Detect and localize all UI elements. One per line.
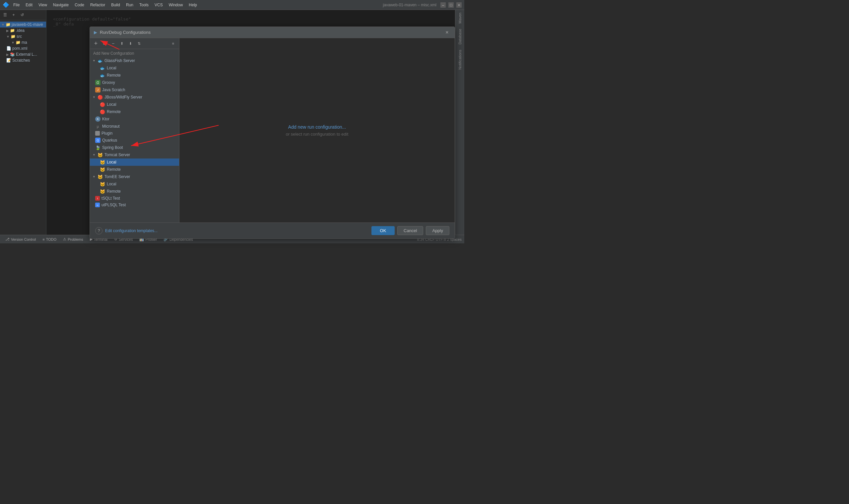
tree-item-label: External L... (16, 52, 37, 57)
config-ktor[interactable]: K Ktor (90, 115, 179, 123)
dialog-overlay: ▶ Run/Debug Configurations × + ⧉ − ⬆ (47, 10, 455, 235)
tsqlt-icon: t (95, 196, 100, 201)
bottom-tab-problems[interactable]: ⚠ Problems (60, 236, 86, 242)
title-bar-menu-help[interactable]: Help (187, 3, 199, 7)
edit-templates-link[interactable]: Edit configuration templates... (105, 229, 158, 233)
sidebar-add-btn[interactable]: + (10, 11, 17, 19)
cancel-button[interactable]: Cancel (397, 226, 423, 235)
config-item-label: Ktor (102, 117, 109, 121)
config-glassfish-remote[interactable]: 🐟 Remote (90, 72, 179, 79)
tree-item-label: ma (21, 40, 27, 45)
config-item-label: Local (107, 182, 116, 186)
config-group-tomee[interactable]: ▼ 🐱 TomEE Server (90, 173, 179, 180)
tree-item-external[interactable]: ▶ 📚 External L... (0, 51, 46, 57)
title-bar-menu-run[interactable]: Run (124, 3, 135, 7)
utplsql-icon: u (95, 203, 100, 207)
database-tab[interactable]: Database (457, 26, 463, 47)
config-item-label: Plugin (102, 131, 112, 136)
title-bar-menu-refactor[interactable]: Refactor (88, 3, 107, 7)
help-button[interactable]: ? (95, 227, 103, 234)
title-bar-menu-window[interactable]: Window (167, 3, 185, 7)
config-empty-state: Add new run configuration... or select r… (286, 124, 348, 137)
chevron-down-icon: ▼ (6, 35, 10, 38)
dialog-title-area: ▶ Run/Debug Configurations (94, 30, 150, 35)
config-item-label: Remote (107, 109, 121, 114)
right-panel: Maven Database Notifications (455, 10, 464, 235)
add-run-config-link[interactable]: Add new run configuration... (288, 124, 346, 130)
config-tomcat-remote[interactable]: 🐱 Remote (90, 166, 179, 173)
config-micronaut[interactable]: μ Micronaut (90, 123, 179, 130)
tree-item-pom[interactable]: 📄 pom.xml (0, 46, 46, 51)
title-bar-menu-vcs[interactable]: VCS (152, 3, 165, 7)
maven-tab[interactable]: Maven (457, 10, 463, 26)
move-down-button[interactable]: ⬇ (126, 39, 134, 48)
config-jboss-local[interactable]: 🔴 Local (90, 101, 179, 108)
tree-item-idea[interactable]: ▶ 📁 .idea (0, 28, 46, 34)
sidebar-sync-btn[interactable]: ↺ (19, 11, 26, 19)
sort-button[interactable]: ⇅ (135, 39, 143, 48)
config-group-label: TomEE Server (105, 175, 130, 179)
title-bar: 🔷 File Edit View Navigate Code Refactor … (0, 0, 464, 10)
tree-item-scratches[interactable]: 📝 Scratches (0, 57, 46, 63)
ok-button[interactable]: OK (372, 226, 395, 235)
app-logo: 🔷 (3, 2, 9, 8)
tomcat-remote-icon: 🐱 (100, 167, 105, 172)
config-item-label: Java Scratch (102, 88, 125, 92)
config-group-tomcat[interactable]: ▼ 🐱 Tomcat Server (90, 151, 179, 159)
config-item-label: Groovy (102, 80, 115, 85)
title-bar-menu-build[interactable]: Build (109, 3, 122, 7)
config-groovy[interactable]: G Groovy (90, 79, 179, 86)
notifications-tab[interactable]: Notifications (457, 47, 463, 72)
config-java-scratch[interactable]: J Java Scratch (90, 86, 179, 93)
config-jboss-remote[interactable]: 🔴 Remote (90, 108, 179, 115)
copy-config-button[interactable]: ⧉ (101, 39, 108, 48)
chevron-down-icon: ▼ (1, 23, 5, 26)
tree-root[interactable]: ▼ 📁 javaweb-01-mave (0, 21, 46, 28)
config-glassfish-local[interactable]: 🐟 Local (90, 64, 179, 72)
folder-icon: 📁 (10, 28, 15, 33)
title-bar-menu-tools[interactable]: Tools (137, 3, 150, 7)
config-tomcat-local[interactable]: 🐱 Local (90, 159, 179, 166)
plugin-icon (95, 131, 100, 136)
title-bar-menu-view[interactable]: View (36, 3, 49, 7)
tree-item-ma[interactable]: ▼ 📁 ma (0, 39, 46, 46)
dialog-close-button[interactable]: × (444, 29, 451, 36)
tree-item-src[interactable]: ▼ 📁 src (0, 34, 46, 39)
config-spring-boot[interactable]: 🍃 Spring Boot (90, 144, 179, 151)
tree-item-label: Scratches (12, 58, 30, 63)
minimize-button[interactable]: – (440, 2, 446, 7)
delete-config-button[interactable]: − (109, 39, 117, 48)
config-edit-panel: Add new run configuration... or select r… (179, 38, 455, 222)
config-tsqlt[interactable]: t tSQLt Test (90, 195, 179, 202)
config-item-label: Local (107, 66, 116, 70)
bottom-tab-version-control[interactable]: ⎇ Version Control (3, 236, 38, 242)
title-bar-menu-edit[interactable]: Edit (23, 3, 35, 7)
title-bar-menu-file[interactable]: File (11, 3, 21, 7)
title-bar-menu-navigate[interactable]: Navigate (51, 3, 71, 7)
title-bar-menu-code[interactable]: Code (73, 3, 86, 7)
config-item-label: Local (107, 160, 116, 164)
config-group-jboss[interactable]: ▼ 🔴 JBoss/WildFly Server (90, 93, 179, 101)
config-plugin[interactable]: Plugin (90, 130, 179, 137)
config-item-label: Quarkus (102, 138, 117, 143)
bottom-tab-todo[interactable]: ≡ TODO (40, 237, 59, 242)
config-quarkus[interactable]: Q Quarkus (90, 137, 179, 144)
maximize-button[interactable]: □ (448, 2, 454, 7)
project-sidebar: ☰ + ↺ ▼ 📁 javaweb-01-mave ▶ 📁 .idea ▼ 📁 … (0, 10, 47, 235)
expand-config-panel-button[interactable]: ≡ (169, 39, 177, 48)
close-window-button[interactable]: × (456, 2, 462, 7)
config-group-glassfish[interactable]: ▼ 🐟 GlassFish Server (90, 57, 179, 64)
config-utplsql[interactable]: u utPLSQL Test (90, 202, 179, 208)
apply-button[interactable]: Apply (426, 226, 449, 235)
add-config-button[interactable]: + (92, 39, 100, 48)
main-area: ☰ + ↺ ▼ 📁 javaweb-01-mave ▶ 📁 .idea ▼ 📁 … (0, 10, 464, 235)
chevron-down-icon: ▼ (92, 175, 96, 178)
chevron-down-icon: ▼ (92, 59, 96, 62)
config-tomee-local[interactable]: 🐱 Local (90, 180, 179, 188)
todo-icon: ≡ (42, 237, 44, 241)
config-tomee-remote[interactable]: 🐱 Remote (90, 188, 179, 195)
move-up-button[interactable]: ⬆ (118, 39, 126, 48)
footer-left-area: ? Edit configuration templates... (95, 227, 158, 234)
config-hint-text: or select run configuration to edit (286, 132, 348, 137)
sidebar-toggle-btn[interactable]: ☰ (1, 11, 8, 19)
